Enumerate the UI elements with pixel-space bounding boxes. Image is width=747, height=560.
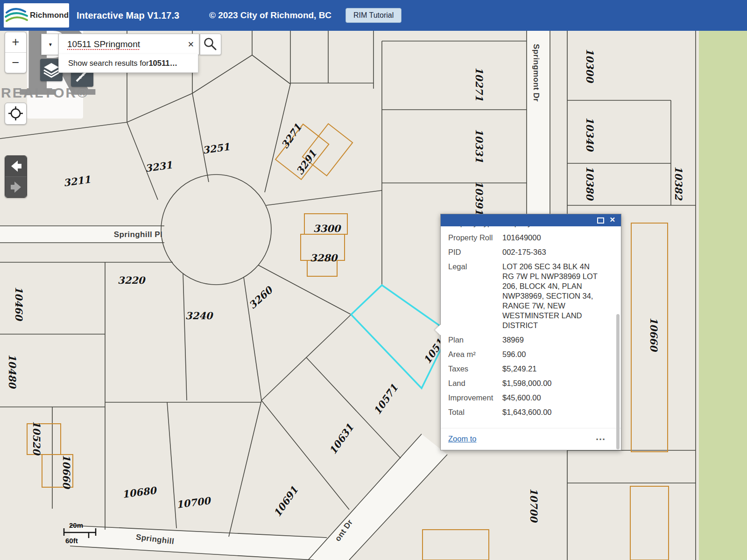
- property-row-value: Property: [497, 226, 614, 231]
- magnifier-icon: [200, 34, 221, 55]
- search-button[interactable]: [200, 34, 221, 55]
- search-dropdown-button[interactable]: ▼: [41, 34, 60, 55]
- zoom-control: + −: [5, 32, 27, 73]
- logo-text: Richmond: [30, 11, 69, 20]
- maximize-icon[interactable]: [597, 217, 604, 224]
- crosshair-icon: [5, 103, 26, 124]
- park-area: [699, 0, 747, 560]
- navigation-control: [5, 155, 27, 198]
- more-options-button[interactable]: …: [595, 431, 607, 443]
- zoom-to-link[interactable]: Zoom to: [448, 434, 477, 443]
- property-row-value: $1,598,000.00: [497, 376, 614, 391]
- locate-button[interactable]: [5, 103, 27, 125]
- cul-de-sac: [161, 175, 271, 285]
- map-canvas[interactable]: [0, 0, 747, 560]
- property-row-label: Total: [441, 405, 497, 420]
- popup-content: Property TypePropertyProperty Roll101649…: [441, 226, 614, 420]
- back-arrow-icon: [6, 156, 27, 176]
- property-row-label: Legal: [441, 259, 497, 333]
- property-row-label: Plan: [441, 333, 497, 347]
- property-row-value: $45,600.00: [497, 391, 614, 405]
- header-bar: Richmond Interactive Map V1.17.3 © 2023 …: [0, 0, 747, 31]
- property-row: Area m²596.00: [441, 347, 614, 362]
- property-row: LegalLOT 206 SEC 34 BLK 4N RG 7W PL NWP3…: [441, 259, 614, 333]
- forward-arrow-icon: [6, 177, 27, 197]
- property-row: Taxes$5,249.21: [441, 362, 614, 376]
- property-row: Property Roll101649000: [441, 231, 614, 245]
- popup-footer: Zoom to …: [441, 428, 621, 450]
- zoom-out-button[interactable]: −: [5, 53, 26, 73]
- property-row: Improvement$45,600.00: [441, 391, 614, 405]
- property-row-value: $5,249.21: [497, 362, 614, 376]
- property-row-label: Improvement: [441, 391, 497, 405]
- property-row-label: Area m²: [441, 347, 497, 362]
- property-row: PID002-175-363: [441, 245, 614, 259]
- close-icon[interactable]: ✕: [609, 216, 615, 224]
- property-row-value: 101649000: [497, 231, 614, 245]
- zoom-in-button[interactable]: +: [5, 32, 26, 52]
- property-row: Land$1,598,000.00: [441, 376, 614, 391]
- app-title: Interactive Map V1.17.3: [77, 10, 179, 21]
- property-row: Plan38969: [441, 333, 614, 347]
- property-row-value: $1,643,600.00: [497, 405, 614, 420]
- property-row-label: Land: [441, 376, 497, 391]
- property-row-value: 596.00: [497, 347, 614, 362]
- caret-down-icon: ▼: [48, 42, 53, 47]
- logo-waves-icon: [4, 5, 29, 26]
- richmond-logo: Richmond: [4, 3, 69, 28]
- copyright-text: © 2023 City of Richmond, BC: [209, 10, 331, 21]
- search-suggestion[interactable]: Show search results for 10511…: [58, 54, 198, 73]
- property-row-label: Property Type: [441, 226, 497, 231]
- forward-button[interactable]: [5, 177, 27, 197]
- clear-search-icon[interactable]: ✕: [188, 40, 194, 49]
- property-row: Property TypeProperty: [441, 226, 614, 231]
- property-row-value: LOT 206 SEC 34 BLK 4N RG 7W PL NWP38969 …: [497, 259, 614, 333]
- property-row-value: 002-175-363: [497, 245, 614, 259]
- popup-titlebar[interactable]: ✕: [441, 214, 621, 226]
- property-popup: ✕ Property TypePropertyProperty Roll1016…: [440, 214, 621, 450]
- property-row-label: Taxes: [441, 362, 497, 376]
- popup-scrollbar[interactable]: [616, 314, 620, 449]
- rim-tutorial-button[interactable]: RIM Tutorial: [345, 8, 402, 23]
- suggestion-text: Show search results for: [68, 59, 148, 68]
- property-row-value: 38969: [497, 333, 614, 347]
- property-table: Property TypePropertyProperty Roll101649…: [441, 226, 614, 420]
- property-row-label: Property Roll: [441, 231, 497, 245]
- search-input[interactable]: 10511 SPringmont ✕: [58, 34, 199, 55]
- suggestion-term: 10511…: [148, 59, 177, 68]
- search-input-value: 10511 SPringmont: [67, 39, 140, 49]
- property-row: Total$1,643,600.00: [441, 405, 614, 420]
- popup-body: Property TypePropertyProperty Roll101649…: [441, 226, 621, 450]
- back-button[interactable]: [5, 156, 27, 177]
- property-row-label: PID: [441, 245, 497, 259]
